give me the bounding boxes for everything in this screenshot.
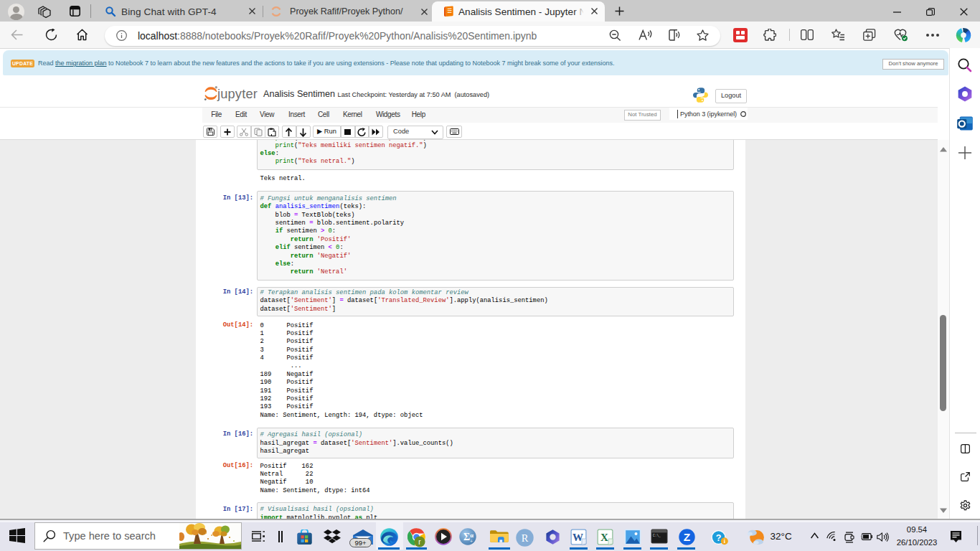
svg-text:X: X bbox=[600, 532, 608, 543]
svg-text:?: ? bbox=[716, 533, 722, 543]
svg-text:Z: Z bbox=[684, 531, 691, 543]
svg-text:α: α bbox=[470, 532, 473, 539]
svg-text:+: + bbox=[470, 539, 473, 544]
svg-text:C:\_: C:\_ bbox=[653, 534, 661, 537]
svg-text:Σ: Σ bbox=[463, 532, 470, 542]
svg-text:R: R bbox=[521, 532, 528, 543]
svg-text:W: W bbox=[573, 532, 583, 543]
